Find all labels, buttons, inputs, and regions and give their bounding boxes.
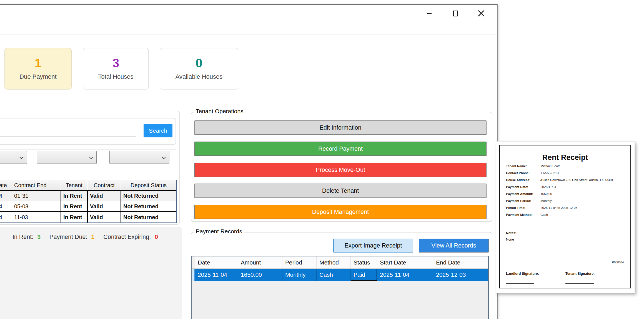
payment-col-method[interactable]: Method <box>317 256 351 268</box>
payment-col-status[interactable]: Status <box>351 256 377 268</box>
cell-contract-end[interactable]: 05-03 <box>10 201 61 211</box>
field-label: Contact Phone: <box>506 171 540 175</box>
contract-expiring-value: 0 <box>155 234 158 240</box>
tenant-col-date[interactable]: ate <box>0 180 10 190</box>
cell-tenant-status[interactable]: In Rent <box>61 212 88 222</box>
chevron-down-icon <box>89 155 93 159</box>
available-houses-label: Available Houses <box>176 73 223 80</box>
payment-col-date[interactable]: Date <box>195 256 238 268</box>
stat-card-due-payment: 1 Due Payment <box>4 48 72 90</box>
receipt-field: Payment Period: Monthly <box>506 199 625 206</box>
process-move-out-button[interactable]: Process Move-Out <box>194 163 487 177</box>
cell-payment-period[interactable]: Monthly <box>282 269 317 281</box>
cell-deposit-status[interactable]: Not Returned <box>121 212 176 222</box>
payment-table-selected-row[interactable]: 2025-11-04 1650.00 Monthly Cash Paid 202… <box>192 269 488 281</box>
tenant-signature-line <box>565 283 594 284</box>
tenant-col-contract[interactable]: Contract <box>88 180 121 190</box>
tenant-table-row[interactable]: 4 05-03 In Rent Valid Not Returned <box>0 201 176 212</box>
tenant-signature-label: Tenant Signature: <box>565 272 595 276</box>
total-houses-count: 3 <box>112 57 119 69</box>
field-label: House Address: <box>506 178 540 182</box>
tenant-table-row[interactable]: 4 11-03 In Rent Valid Not Returned <box>0 212 176 222</box>
cell-tenant-status[interactable]: In Rent <box>61 201 88 211</box>
stat-card-total-houses: 3 Total Houses <box>83 48 149 90</box>
payment-col-amount[interactable]: Amount <box>238 256 282 268</box>
cell-contract-end[interactable]: 11-03 <box>10 212 61 222</box>
receipt-field: Payment Method: Cash <box>506 213 625 220</box>
tenant-operations-title: Tenant Operations <box>194 108 246 115</box>
record-payment-button[interactable]: Record Payment <box>194 142 487 156</box>
cell-date[interactable]: 4 <box>0 191 10 201</box>
cell-contract-status[interactable]: Valid <box>88 212 121 222</box>
close-button[interactable] <box>475 8 487 19</box>
view-all-records-button[interactable]: View All Records <box>419 239 489 253</box>
cell-contract-end[interactable]: 01-31 <box>10 191 61 201</box>
deposit-management-button[interactable]: Deposit Management <box>194 205 487 219</box>
titlebar-separator <box>0 34 497 35</box>
payment-col-period[interactable]: Period <box>282 256 317 268</box>
filter-dropdown-2[interactable] <box>37 151 97 164</box>
receipt-field: Payment Amount: 1650.00 <box>506 192 625 199</box>
field-value: Monthly <box>540 199 552 202</box>
search-input[interactable] <box>0 124 136 137</box>
cell-deposit-status[interactable]: Not Returned <box>121 201 176 211</box>
cell-tenant-status[interactable]: In Rent <box>61 191 88 201</box>
tenant-table-header: ate Contract End Tenant Contract Deposit… <box>0 180 176 191</box>
cell-payment-end-date[interactable]: 2025-12-03 <box>433 269 488 281</box>
field-label: Payment Period: <box>506 199 540 202</box>
in-rent-label: In Rent: <box>12 234 33 240</box>
row-selection-indicator[interactable] <box>192 269 195 281</box>
payment-table-header: Date Amount Period Method Status Start D… <box>192 256 488 269</box>
cell-contract-status[interactable]: Valid <box>88 191 121 201</box>
field-label: Payment Date: <box>506 185 540 189</box>
cell-payment-method[interactable]: Cash <box>317 269 351 281</box>
landlord-signature-label: Landlord Signature: <box>506 272 539 276</box>
export-image-receipt-button[interactable]: Export Image Receipt <box>333 239 413 253</box>
payment-records-title: Payment Records <box>194 228 244 235</box>
tenant-col-deposit-status[interactable]: Deposit Status <box>121 180 176 190</box>
tenant-table: ate Contract End Tenant Contract Deposit… <box>0 180 177 223</box>
cell-payment-start-date[interactable]: 2025-11-04 <box>377 269 433 281</box>
filter-dropdown-3[interactable] <box>109 151 169 164</box>
cell-payment-amount[interactable]: 1650.00 <box>238 269 282 281</box>
payment-col-end-date[interactable]: End Date <box>433 256 488 268</box>
payment-table: Date Amount Period Method Status Start D… <box>191 256 489 319</box>
receipt-field: Period Time: 2025-11-04 to 2025-12-03 <box>506 206 625 213</box>
tenant-col-contract-end[interactable]: Contract End <box>10 180 61 190</box>
tenant-table-row[interactable]: 4 01-31 In Rent Valid Not Returned <box>0 191 176 201</box>
field-label: Tenant Name: <box>506 164 540 168</box>
receipt-field: Payment Date: 2025/11/04 <box>506 185 625 192</box>
minimize-icon <box>427 13 432 14</box>
cell-date[interactable]: 4 <box>0 212 10 222</box>
field-value: Michael Scott <box>540 164 560 168</box>
stat-card-available-houses: 0 Available Houses <box>160 48 238 90</box>
filter-separator <box>0 149 176 150</box>
field-value: 1650.00 <box>540 192 552 196</box>
receipt-field: Tenant Name: Michael Scott <box>506 164 625 171</box>
cell-contract-status[interactable]: Valid <box>88 201 121 211</box>
notes-value: None <box>506 238 514 241</box>
search-button[interactable]: Search <box>144 124 172 137</box>
available-houses-count: 0 <box>196 57 202 69</box>
maximize-button[interactable] <box>450 8 461 19</box>
edit-information-button[interactable]: Edit Information <box>194 120 487 135</box>
field-value: Cash <box>540 213 548 216</box>
filter-dropdown-1[interactable] <box>0 151 27 164</box>
payment-col-start-date[interactable]: Start Date <box>377 256 433 268</box>
field-value: 2025-11-04 to 2025-12-03 <box>540 206 577 209</box>
field-value: Austin Downtown 789 Oak Street, Austin, … <box>540 178 613 182</box>
field-value: +1-555-0213 <box>540 171 559 175</box>
cell-payment-status[interactable]: Paid <box>351 269 377 281</box>
cell-date[interactable]: 4 <box>0 201 10 211</box>
tenant-col-tenant[interactable]: Tenant <box>61 180 88 190</box>
notes-label: Notes: <box>506 231 516 235</box>
app-window: 1 Due Payment 3 Total Houses 0 Available… <box>0 4 498 319</box>
cell-deposit-status[interactable]: Not Returned <box>121 191 176 201</box>
cell-payment-date[interactable]: 2025-11-04 <box>195 269 238 281</box>
receipt-field: Contact Phone: +1-555-0213 <box>506 171 625 178</box>
chevron-down-icon <box>19 155 23 159</box>
delete-tenant-button[interactable]: Delete Tenant <box>194 184 487 198</box>
total-houses-label: Total Houses <box>98 73 133 80</box>
field-label: Payment Method: <box>506 213 540 216</box>
minimize-button[interactable] <box>424 8 435 19</box>
